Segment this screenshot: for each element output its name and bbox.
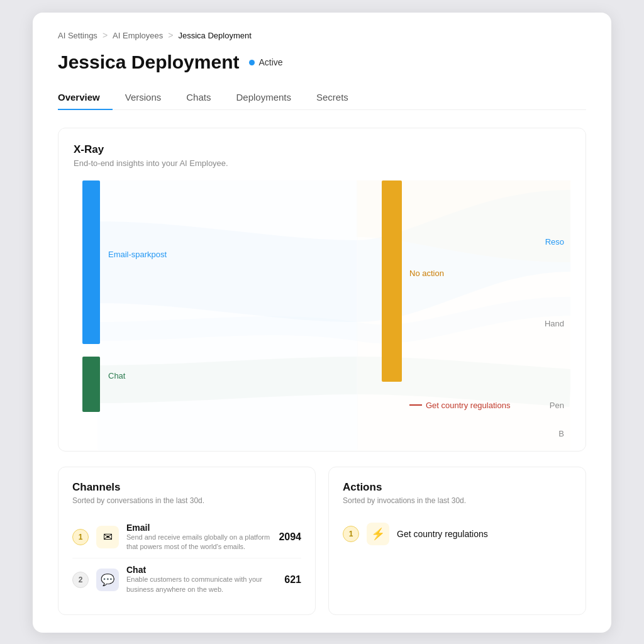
actions-title: Actions	[343, 481, 572, 494]
action-rank-1: 1	[343, 526, 359, 542]
main-content: X-Ray End-to-end insights into your AI E…	[33, 110, 611, 633]
top-section: AI Settings > AI Employees > Jessica Dep…	[33, 13, 611, 110]
label-email: Email-sparkpost	[108, 250, 167, 259]
bar-email	[82, 180, 100, 344]
svg-rect-1	[98, 180, 358, 451]
action-name-1: Get country regulations	[397, 529, 488, 539]
breadcrumb-current: Jessica Deployment	[178, 31, 251, 40]
status-label: Active	[258, 57, 282, 67]
bar-noaction	[382, 180, 402, 382]
lightning-icon: ⚡	[371, 527, 385, 541]
label-noaction: No action	[409, 269, 444, 278]
channels-subtitle: Sorted by conversations in the last 30d.	[72, 496, 301, 505]
rank-badge-2: 2	[72, 572, 89, 588]
bar-chat	[82, 357, 100, 412]
chat-channel-desc: Enable customers to communicate with you…	[126, 575, 277, 594]
email-icon: ✉	[103, 530, 113, 544]
channel-item-email: 1 ✉ Email Send and receive emails global…	[72, 516, 301, 559]
email-channel-info: Email Send and receive emails globally o…	[126, 523, 271, 552]
xray-chart: Email-sparkpost Chat No action Get count…	[74, 180, 570, 451]
tab-versions[interactable]: Versions	[113, 86, 174, 110]
label-pen: Pen	[550, 401, 564, 410]
sankey-bg	[74, 180, 570, 451]
tab-secrets[interactable]: Secrets	[304, 86, 361, 110]
email-channel-icon: ✉	[96, 526, 119, 548]
rank-badge-1: 1	[72, 529, 89, 545]
label-getcountry: Get country regulations	[409, 401, 510, 410]
breadcrumb-ai-settings[interactable]: AI Settings	[58, 31, 97, 40]
breadcrumb-sep-2: >	[168, 30, 173, 40]
actions-card: Actions Sorted by invocations in the las…	[328, 467, 586, 616]
chat-channel-icon: 💬	[96, 569, 119, 591]
action-icon-1: ⚡	[367, 523, 389, 545]
title-row: Jessica Deployment Active	[58, 52, 586, 73]
chat-channel-info: Chat Enable customers to communicate wit…	[126, 565, 277, 594]
tab-chats[interactable]: Chats	[174, 86, 223, 110]
tabs-nav: Overview Versions Chats Deployments Secr…	[58, 86, 586, 110]
label-b: B	[558, 429, 564, 438]
xray-card: X-Ray End-to-end insights into your AI E…	[58, 128, 586, 452]
email-channel-desc: Send and receive emails globally on a pl…	[126, 533, 271, 552]
tab-deployments[interactable]: Deployments	[223, 86, 304, 110]
label-reso: Reso	[545, 237, 564, 247]
status-badge: Active	[249, 57, 282, 67]
label-chat: Chat	[108, 371, 125, 380]
actions-subtitle: Sorted by invocations in the last 30d.	[343, 496, 572, 505]
email-channel-count: 2094	[279, 531, 301, 543]
bottom-row: Channels Sorted by conversations in the …	[58, 467, 586, 616]
chat-channel-count: 621	[284, 574, 301, 586]
channels-title: Channels	[72, 481, 301, 494]
breadcrumb-sep-1: >	[103, 30, 108, 40]
main-card: AI Settings > AI Employees > Jessica Dep…	[33, 13, 611, 633]
label-hand: Hand	[545, 319, 564, 328]
chat-channel-name: Chat	[126, 565, 277, 575]
tab-overview[interactable]: Overview	[58, 86, 113, 110]
channels-card: Channels Sorted by conversations in the …	[58, 467, 316, 616]
xray-title: X-Ray	[74, 143, 570, 156]
breadcrumb-ai-employees[interactable]: AI Employees	[113, 31, 163, 40]
status-dot	[249, 60, 255, 65]
chat-icon: 💬	[101, 573, 114, 587]
email-channel-name: Email	[126, 523, 271, 533]
action-item-1: 1 ⚡ Get country regulations	[343, 516, 572, 552]
breadcrumb: AI Settings > AI Employees > Jessica Dep…	[58, 30, 586, 40]
xray-subtitle: End-to-end insights into your AI Employe…	[74, 158, 570, 168]
page-title: Jessica Deployment	[58, 52, 239, 73]
channel-item-chat: 2 💬 Chat Enable customers to communicate…	[72, 558, 301, 601]
